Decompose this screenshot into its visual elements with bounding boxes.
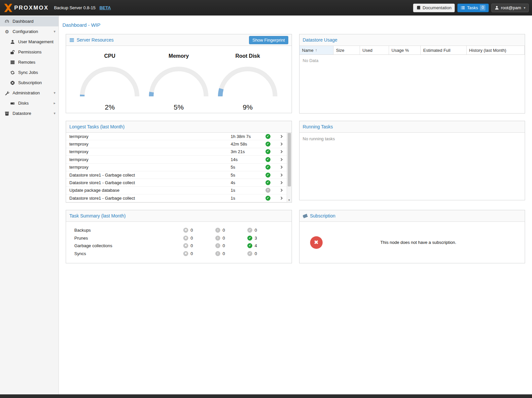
server-resources-title: Server Resources [77,37,114,43]
scrollbar-thumb[interactable] [288,133,291,186]
column-header-estimated-full[interactable]: Estimated Full [421,46,467,54]
tasks-button[interactable]: Tasks 0 [457,4,489,12]
sidebar-item-sync-jobs[interactable]: Sync Jobs [0,67,58,78]
check-circle-icon: ✔ [266,142,270,147]
task-row[interactable]: termproxy14s✔ [66,156,287,163]
warning-stat: !0 [215,251,247,256]
panels-grid: Server Resources Show Fingerprint CPU2%M… [59,34,532,263]
task-row[interactable]: termproxy1h 38m 7s✔ [66,133,287,140]
sidebar-item-datastore[interactable]: Datastore▾ [0,108,58,118]
documentation-label: Documentation [423,5,451,10]
sidebar-item-dashboard[interactable]: Dashboard [0,16,58,26]
topbar: PROXMOX Backup Server 0.8-15 BETA Docume… [0,0,532,16]
user-menu-button[interactable]: root@pam ▾ [491,4,529,12]
subscription-title: Subscription [310,213,336,218]
exclamation-circle-icon: ! [215,251,220,256]
column-header-usage-[interactable]: Usage % [389,46,421,54]
chevron-right-icon[interactable] [277,150,287,153]
sidebar-item-subscription[interactable]: Subscription [0,78,58,88]
task-row[interactable]: termproxy42m 58s✔ [66,140,287,148]
column-header-used[interactable]: Used [360,46,389,54]
version-text: Backup Server 0.8-15 [54,5,95,10]
gauge-value: 9% [216,103,279,111]
task-row[interactable]: termproxy3m 21s✔ [66,148,287,156]
chevron-down-icon: ▾ [524,6,525,10]
longest-tasks-panel: Longest Tasks (last Month) termproxy1h 3… [66,121,292,203]
check-circle-icon: ✔ [266,165,270,170]
sidebar-item-label: Subscription [18,80,42,85]
beta-link[interactable]: BETA [99,5,111,10]
chevron-right-icon[interactable] [277,135,287,138]
column-header-name[interactable]: Name↑ [300,46,334,54]
sidebar-item-permissions[interactable]: Permissions [0,47,58,57]
sidebar-item-administration[interactable]: Administration▾ [0,88,58,98]
ok-stat: ✔0 [247,251,292,256]
task-row[interactable]: Datastore store1 - Garbage collect4s✔ [66,179,287,186]
warning-stat: !0 [215,243,247,248]
support-icon [10,81,16,85]
proxmox-logo-icon [3,3,13,13]
chevron-right-icon[interactable] [277,181,287,184]
show-fingerprint-button[interactable]: Show Fingerprint [249,36,288,44]
unlock-icon [10,50,16,54]
error-stat: ✖0 [183,236,215,241]
task-row[interactable]: Datastore store1 - Garbage collect1s✔ [66,194,287,202]
summary-row: Garbage collections✖0!0✔4 [66,242,292,250]
page-header: Dashboard - WIP [59,16,532,34]
ok-stat: ✔4 [247,243,292,248]
sidebar-item-label: Datastore [13,111,31,116]
task-row[interactable]: termproxy5s✔ [66,164,287,171]
sidebar-item-configuration[interactable]: ⚙Configuration▾ [0,26,58,37]
times-circle-icon: ✖ [183,251,188,256]
datastore-table-header: Name↑SizeUsedUsage %Estimated FullHistor… [300,46,525,55]
proxmox-logo[interactable]: PROXMOX [3,3,49,13]
sidebar-item-user-management[interactable]: User Management [0,37,58,47]
chevron-right-icon[interactable] [277,188,287,192]
task-name: termproxy [69,149,231,154]
scrollbar[interactable]: ▼ [287,133,292,202]
gauge-value: 2% [78,103,141,111]
datastore-usage-panel: Datastore Usage Name↑SizeUsedUsage %Esti… [299,34,525,114]
chevron-right-icon[interactable] [277,173,287,177]
check-circle-icon: ✔ [247,228,252,233]
running-tasks-header: Running Tasks [300,121,525,133]
check-circle-icon: ✔ [266,196,270,201]
chevron-right-icon[interactable]: ▸ [53,101,55,105]
check-circle-icon: ✔ [247,243,252,248]
documentation-button[interactable]: Documentation [413,4,455,12]
gauge-arc [147,65,210,99]
sidebar-item-remotes[interactable]: Remotes [0,57,58,67]
task-status-cell: ✔ [266,134,277,139]
task-row[interactable]: Datastore store1 - Garbage collect5s✔ [66,171,287,179]
check-circle-icon: ✔ [247,251,252,256]
scroll-down-arrow-icon[interactable]: ▼ [287,199,292,202]
gauge-arc [78,65,141,99]
task-name: termproxy [69,157,231,162]
sidebar-item-label: Administration [13,90,40,95]
column-label: Used [363,48,372,53]
chevron-right-icon[interactable] [277,165,287,169]
task-name: Update package database [69,188,231,193]
running-tasks-panel: Running Tasks No running tasks [299,121,525,200]
warning-count: 0 [223,243,225,248]
no-running-tasks-text: No running tasks [303,136,335,141]
caret-down-icon[interactable]: ▾ [53,29,55,34]
sidebar-item-label: Remotes [18,60,35,65]
task-summary-title: Task Summary (last Month) [69,213,125,218]
chevron-right-icon[interactable] [277,158,287,161]
check-circle-icon: ✔ [266,173,270,178]
summary-row: Prunes✖0!0✔3 [66,234,292,242]
sidebar-item-disks[interactable]: Disks▸ [0,98,58,108]
caret-down-icon[interactable]: ▾ [53,91,55,95]
sidebar-item-label: Sync Jobs [18,70,38,75]
column-label: History (last Month) [469,48,507,53]
task-duration: 14s [231,157,266,162]
column-header-history-last-month-[interactable]: History (last Month) [467,46,525,54]
footer-bar [0,394,532,398]
chevron-right-icon[interactable] [277,196,287,200]
chevron-right-icon[interactable] [277,142,287,146]
exclamation-circle-icon: ! [215,228,220,233]
task-row[interactable]: Update package database1s? [66,187,287,194]
column-header-size[interactable]: Size [334,46,360,54]
caret-down-icon[interactable]: ▾ [53,111,55,116]
